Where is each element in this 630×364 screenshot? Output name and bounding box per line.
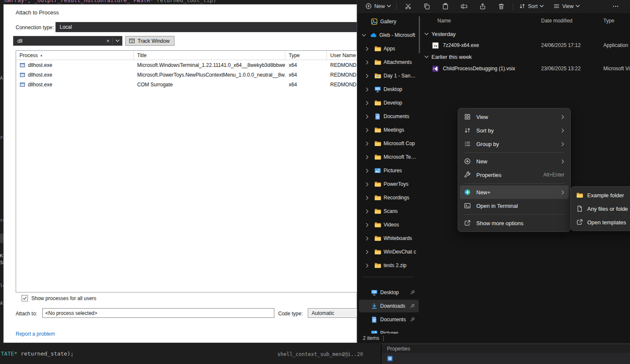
menu-item-properties[interactable]: Properties Alt+Enter [460,168,569,182]
chevron-right-icon[interactable] [366,236,369,241]
sidebar-pinned-downloads[interactable]: Downloads [359,300,419,312]
file-row[interactable]: ChildProcessDebugging (1).vsix 23/06/202… [424,64,630,74]
sidebar-item-tests-zip[interactable]: tests 2.zip [359,259,419,272]
process-row[interactable]: dllhost.exe Microsoft.PowerToys.NewPlusC… [16,70,357,80]
sidebar-item-day1[interactable]: Day 1 - Sangee [359,69,419,82]
chevron-right-icon[interactable] [366,250,369,254]
menu-item-label: Properties [476,172,501,178]
sidebar-item-videos[interactable]: Videos [359,218,419,231]
chevron-right-icon[interactable] [366,168,369,173]
chevron-down-icon[interactable] [362,34,366,37]
chevron-right-icon[interactable] [366,209,369,214]
menu-item-open-in-terminal[interactable]: Open in Terminal [460,199,569,212]
sidebar-item-gallery[interactable]: Gallery [359,15,419,28]
sidebar-item-label: Downloads [380,303,411,309]
folder-icon [374,194,381,201]
delete-button[interactable] [492,1,511,12]
gallery-icon [371,18,378,25]
sidebar-item-recordings[interactable]: Recordings [359,191,419,204]
column-header-date-modified[interactable]: Date modified [541,18,572,24]
chevron-right-icon[interactable] [366,60,369,65]
application-window-icon [19,82,25,88]
chevron-right-icon[interactable] [366,74,369,78]
chevron-right-icon[interactable] [366,87,369,92]
report-a-problem-link[interactable]: Report a problem [16,331,55,337]
application-window-icon [19,62,25,68]
status-bar: 2 items [357,334,630,343]
menu-item-label: Show more options [476,220,523,226]
chevron-right-icon[interactable] [366,47,369,51]
sidebar-item-label: PowerToys [384,181,417,187]
menu-item-view[interactable]: View [460,110,569,124]
sidebar-pinned-desktop[interactable]: Desktop [359,286,419,299]
sidebar-pinned-documents[interactable]: Documents [359,313,419,326]
chevron-right-icon[interactable] [366,101,369,105]
sidebar-item-apps[interactable]: Apps [359,42,419,55]
app-icon[interactable] [387,355,393,362]
folder-icon [374,208,381,215]
menu-item-new-plus[interactable]: New+ [460,185,569,199]
sidebar-item-documents[interactable]: Documents [359,110,419,123]
menu-item-sort-by[interactable]: Sort by [460,124,569,137]
submenu-item-any-files[interactable]: Any files or folde [573,202,630,215]
column-header-process[interactable]: Process ▲ [16,51,134,60]
sidebar-item-develop[interactable]: Develop [359,97,419,109]
sidebar-item-powertoys[interactable]: PowerToys [359,178,419,190]
track-window-button[interactable]: Track Window [125,36,174,46]
rename-button[interactable] [455,1,473,12]
sidebar-item-onedrive[interactable]: Gleb - Microsoft [359,29,419,41]
sidebar-item-microsoft-copilot[interactable]: Microsoft Cop [359,137,419,150]
chevron-right-icon[interactable] [366,223,369,227]
chevron-right-icon[interactable] [366,182,369,187]
connection-type-dropdown[interactable]: Local [55,22,357,32]
show-all-users-checkbox[interactable] [22,295,28,301]
sidebar-item-microsoft-teams[interactable]: Microsoft Team [359,151,419,163]
sidebar-item-windevchat[interactable]: WinDevChat c [359,245,419,258]
sidebar-item-label: tests 2.zip [384,262,417,268]
sort-button[interactable]: Sort [515,1,547,12]
sidebar-item-pictures[interactable]: Pictures [359,164,419,177]
share-button[interactable] [473,1,492,12]
sidebar-item-desktop[interactable]: Desktop [359,83,419,96]
menu-item-new[interactable]: New [460,154,569,168]
sidebar-item-meetings[interactable]: Meetings [359,124,419,136]
file-row[interactable]: 7z2409-x64.exe 24/06/2025 17:12 Applicat… [424,41,630,51]
sidebar-scrollbar[interactable] [419,16,420,53]
submenu-item-open-templates[interactable]: Open templates [573,215,630,229]
chevron-down-icon [424,33,429,36]
paste-button[interactable] [436,1,455,12]
column-header-type[interactable]: Type [603,18,614,24]
view-button[interactable]: View [550,1,583,12]
sidebar-item-attachments[interactable]: Attachments [359,56,419,69]
chevron-right-icon[interactable] [366,196,369,200]
sidebar-item-whiteboards[interactable]: Whiteboards [359,232,419,245]
process-row[interactable]: dllhost.exe Microsoft.WindowsTerminal_1.… [16,60,357,70]
group-header-yesterday[interactable]: Yesterday [425,30,456,38]
process-filter-input[interactable]: dll × [13,36,122,46]
submenu-item-example-folder[interactable]: Example folder [573,188,630,202]
see-more-button[interactable] [606,1,625,12]
clear-filter-icon[interactable]: × [104,38,112,44]
copy-button[interactable] [417,1,436,12]
menu-item-show-more-options[interactable]: Show more options [460,216,569,230]
group-header-earlier-this-week[interactable]: Earlier this week [425,52,472,61]
cut-button[interactable] [399,1,417,12]
new-button[interactable]: New [362,1,394,12]
attach-to-field[interactable] [42,308,274,318]
code-type-dropdown[interactable]: Automatic [308,308,357,318]
chevron-down-icon[interactable] [113,39,122,43]
column-header-type[interactable]: Type [285,51,327,60]
document-icon [374,113,381,120]
column-header-name[interactable]: Name [437,18,451,24]
column-header-title[interactable]: Title [134,51,285,60]
chevron-right-icon[interactable] [366,114,369,119]
process-row[interactable]: dllhost.exe COM Surrogate x64 REDMOND [16,80,357,89]
chevron-right-icon[interactable] [366,128,369,132]
chevron-right-icon[interactable] [366,141,369,146]
menu-item-group-by[interactable]: Group by [460,137,569,151]
chevron-right-icon[interactable] [366,155,369,160]
chevron-right-icon[interactable] [366,263,369,268]
column-header-user-name[interactable]: User Name [327,51,357,60]
divider [396,3,397,10]
sidebar-item-scans[interactable]: Scans [359,205,419,218]
